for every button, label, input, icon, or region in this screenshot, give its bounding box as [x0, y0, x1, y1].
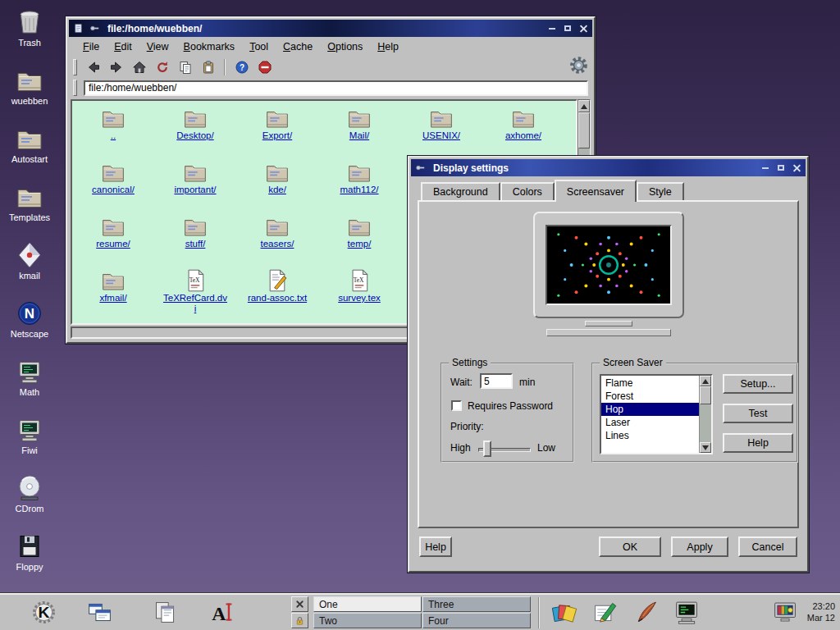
file-item[interactable]: kde/	[236, 160, 318, 214]
display-button[interactable]	[769, 596, 802, 629]
desktop-icon-floppy[interactable]: Floppy	[3, 532, 56, 572]
tab-screensaver[interactable]: Screensaver	[555, 180, 637, 202]
list-item-flame[interactable]: Flame	[601, 377, 699, 390]
requires-password-label[interactable]: Requires Password	[468, 400, 553, 412]
desktop-icon-templates[interactable]: Templates	[3, 183, 56, 222]
list-item-forest[interactable]: Forest	[601, 390, 699, 403]
file-item[interactable]: USENIX/	[400, 106, 482, 160]
reload-button[interactable]	[152, 57, 172, 76]
menu-help[interactable]: Help	[370, 39, 406, 54]
file-item[interactable]: xfmail/	[72, 268, 154, 322]
file-item[interactable]: TeXRefCard.dvi	[154, 268, 236, 322]
menu-file[interactable]: File	[75, 39, 107, 54]
desktop-icon-trash[interactable]: Trash	[3, 8, 56, 48]
maximize-button[interactable]	[774, 162, 788, 174]
file-item[interactable]: Mail/	[318, 106, 400, 160]
desktop-icon-wuebben[interactable]: wuebben	[3, 66, 56, 106]
file-item[interactable]: math112/	[318, 160, 400, 214]
pen-button[interactable]	[588, 596, 621, 629]
back-button[interactable]	[83, 57, 103, 76]
wait-input[interactable]	[480, 373, 513, 389]
desktop-icon-math[interactable]: Math	[3, 358, 56, 397]
menu-bookmarks[interactable]: Bookmarks	[176, 39, 243, 54]
palette-button[interactable]	[547, 596, 580, 629]
locationbar-grip[interactable]	[73, 80, 77, 96]
scroll-down-button[interactable]	[700, 442, 711, 453]
scroll-thumb[interactable]	[578, 112, 590, 148]
desktop-icon-fiwi[interactable]: Fiwi	[3, 416, 56, 455]
scroll-up-button[interactable]	[700, 376, 711, 386]
test-button[interactable]: Test	[723, 404, 793, 423]
menu-tool[interactable]: Tool	[242, 39, 276, 54]
location-input[interactable]	[84, 80, 588, 96]
minimize-button[interactable]	[546, 23, 559, 34]
menu-cache[interactable]: Cache	[276, 39, 320, 54]
file-item[interactable]: survey.tex	[318, 268, 400, 322]
desktop-icon-netscape[interactable]: Netscape	[3, 299, 56, 339]
requires-password-checkbox[interactable]	[451, 400, 462, 411]
tab-background[interactable]: Background	[421, 182, 500, 200]
scroll-up-button[interactable]	[578, 100, 590, 112]
file-item[interactable]: axhome/	[482, 106, 564, 160]
pager-desktop-two[interactable]: Two	[313, 613, 422, 628]
screensaver-list[interactable]: Flame Forest Hop Laser Lines	[600, 374, 713, 454]
screensaver-help-button[interactable]: Help	[723, 433, 793, 453]
menu-view[interactable]: View	[139, 39, 176, 54]
display-settings-titlebar[interactable]: Display settings	[411, 159, 806, 176]
toolbar-grip[interactable]	[73, 59, 77, 75]
close-button[interactable]	[577, 23, 590, 34]
scroll-thumb[interactable]	[700, 386, 711, 404]
menu-options[interactable]: Options	[320, 39, 370, 54]
minimize-button[interactable]	[759, 162, 772, 174]
help-button[interactable]: Help	[419, 536, 452, 557]
file-item[interactable]: rand-assoc.txt	[236, 268, 318, 322]
stop-button[interactable]	[254, 57, 275, 76]
lock-button[interactable]	[291, 613, 308, 628]
menu-edit[interactable]: Edit	[107, 39, 139, 54]
apply-button[interactable]: Apply	[671, 536, 728, 557]
desktop-icon-cdrom[interactable]: CDrom	[3, 474, 56, 514]
desktop-icon-kmail[interactable]: kmail	[3, 241, 56, 281]
font-tool-button[interactable]	[204, 596, 237, 629]
logout-button[interactable]	[291, 596, 308, 612]
quill-button[interactable]	[629, 596, 662, 629]
list-item-hop[interactable]: Hop	[601, 403, 699, 416]
k-menu-button[interactable]	[27, 596, 60, 629]
setup-button[interactable]: Setup...	[723, 374, 793, 394]
file-item[interactable]: Desktop/	[154, 106, 236, 160]
tab-style[interactable]: Style	[637, 182, 684, 200]
scroll-track[interactable]	[700, 404, 711, 442]
file-item[interactable]: resume/	[72, 214, 154, 268]
file-item[interactable]: Export/	[236, 106, 318, 160]
home-button[interactable]	[129, 57, 149, 76]
desktop-icon-autostart[interactable]: Autostart	[3, 125, 56, 164]
close-button[interactable]	[790, 162, 803, 174]
pin-icon[interactable]	[88, 22, 102, 34]
paste-button[interactable]	[198, 57, 218, 76]
window-list-button[interactable]	[83, 596, 116, 629]
list-item-lines[interactable]: Lines	[601, 429, 699, 442]
pin-icon[interactable]	[413, 162, 427, 174]
kfm-titlebar[interactable]: file:/home/wuebben/	[69, 20, 592, 37]
file-item[interactable]: stuff/	[154, 214, 236, 268]
pager-desktop-one[interactable]: One	[313, 596, 422, 612]
terminal-button[interactable]	[670, 596, 703, 629]
file-item[interactable]: teasers/	[236, 214, 318, 268]
cancel-button[interactable]: Cancel	[738, 536, 797, 557]
file-item[interactable]: ..	[72, 106, 154, 160]
list-item-laser[interactable]: Laser	[601, 416, 699, 429]
file-item[interactable]: important/	[154, 160, 236, 214]
maximize-button[interactable]	[561, 23, 574, 34]
pager-desktop-three[interactable]: Three	[422, 596, 531, 612]
window-menu-icon[interactable]	[71, 22, 85, 34]
file-item[interactable]: temp/	[318, 214, 400, 268]
pager-desktop-four[interactable]: Four	[422, 613, 531, 628]
screensaver-list-scrollbar[interactable]	[699, 376, 711, 453]
ok-button[interactable]: OK	[599, 536, 661, 557]
tab-colors[interactable]: Colors	[500, 182, 555, 200]
forward-button[interactable]	[106, 57, 126, 76]
file-item[interactable]: canonical/	[72, 160, 154, 214]
copy-button[interactable]	[175, 57, 195, 76]
pages-button[interactable]	[148, 596, 181, 629]
help-button-toolbar[interactable]	[231, 57, 252, 76]
